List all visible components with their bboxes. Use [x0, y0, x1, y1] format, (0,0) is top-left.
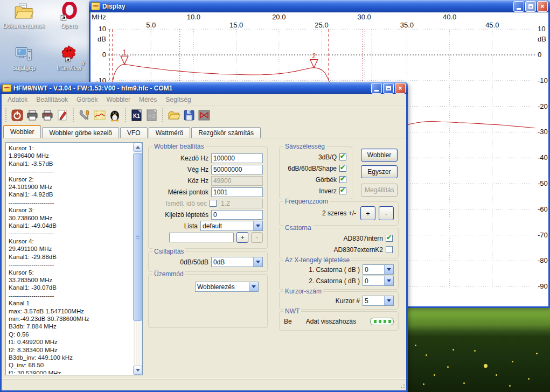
irfanview-icon: [59, 44, 79, 64]
k1-icon[interactable]: K1: [129, 108, 144, 123]
menu-wobbler[interactable]: Wobbler: [102, 95, 134, 104]
checkbox-ad8307externk2[interactable]: [386, 246, 393, 253]
svg-text:15.0: 15.0: [229, 21, 243, 29]
list-line: Kanal1: -30.07dB: [9, 284, 131, 291]
menubar: AdatokBeállításokGörbékWobblerMérésSegít…: [2, 94, 406, 106]
kijelzo-leptetes-input[interactable]: [211, 210, 263, 220]
minimize-button[interactable]: [513, 1, 524, 12]
group-nwt: NWT Be Adat visszahozás: [279, 311, 399, 331]
kurzor-szam-combo[interactable]: 5: [363, 296, 394, 306]
group-title: Az X-tengely léptetése: [283, 256, 351, 264]
menu-gorbek[interactable]: Görbék: [73, 95, 101, 104]
sweep-icon[interactable]: [197, 108, 212, 123]
list-line: Kursor 5:: [9, 269, 131, 276]
svg-text:-30: -30: [538, 128, 548, 136]
menu-adatok[interactable]: Adatok: [4, 95, 31, 104]
egyszer-button[interactable]: Egyszer: [361, 165, 398, 178]
list-line: ----------------------: [9, 167, 131, 175]
svg-text:-20: -20: [538, 102, 548, 110]
list-line: ----------------------: [9, 199, 131, 206]
scrollbar-thumb[interactable]: [133, 153, 142, 321]
minimize-button[interactable]: [371, 83, 382, 94]
desktop-icon-opera[interactable]: Opera: [46, 2, 92, 44]
lista-combo[interactable]: default: [200, 221, 263, 231]
close-button[interactable]: ×: [395, 83, 406, 94]
csatorna2-db-combo[interactable]: 0: [363, 276, 394, 286]
maximize-button[interactable]: [383, 83, 394, 94]
ismetl-ido-input: [219, 199, 263, 208]
meresi-pontok-input[interactable]: [211, 187, 263, 197]
edit-icon[interactable]: [55, 108, 70, 123]
checkbox-label: 3dB/Q: [318, 153, 337, 161]
toolbar: PDFK1K2: [2, 106, 406, 125]
zoom-plus-button[interactable]: +: [360, 206, 375, 220]
power-icon[interactable]: [10, 108, 25, 123]
list-line: B3db_inv: 449.100 kHz: [9, 354, 131, 361]
app-titlebar[interactable]: HFM9/NWT - V.3.04 - FW:1.53:V00 - hfm9.h…: [0, 82, 408, 94]
svg-text:1: 1: [123, 48, 127, 56]
save-icon[interactable]: [182, 108, 197, 123]
open-folder-icon[interactable]: [166, 108, 182, 123]
svg-text:25.0: 25.0: [315, 21, 328, 29]
list-line: Kursor 1:: [9, 144, 131, 152]
menu-segitseg[interactable]: Segítség: [162, 95, 194, 104]
svg-text:-70: -70: [538, 231, 548, 239]
maximize-button[interactable]: [525, 1, 536, 12]
ismetl-ido-checkbox[interactable]: [210, 200, 217, 207]
list-add-button[interactable]: +: [236, 232, 248, 243]
svg-text:-40: -40: [538, 153, 548, 162]
list-line: 1.896400 MHz: [9, 152, 131, 159]
resize-grip[interactable]: [399, 382, 405, 389]
csatorna1-db-combo[interactable]: 0: [363, 264, 394, 275]
checkbox-ad8307intern[interactable]: [386, 235, 393, 242]
zoom-minus-button[interactable]: -: [379, 206, 394, 220]
checkbox-6db-60db-shape[interactable]: [339, 165, 346, 172]
menu-meres[interactable]: Mérés: [135, 95, 161, 104]
chevron-down-icon: [249, 282, 258, 291]
print-icon[interactable]: [25, 108, 40, 123]
display-titlebar[interactable]: Display ×: [89, 0, 550, 12]
desktop-icon-label: IrfanView: [57, 65, 81, 71]
uzemmod-combo[interactable]: Wobblerezés: [195, 282, 259, 292]
tab-vfo[interactable]: VFO: [120, 127, 148, 138]
desktop-icon-sajatgep[interactable]: Sajátgép: [1, 44, 46, 86]
list-line: Q_inv: 68.50: [9, 361, 131, 369]
listbox-scrollbar[interactable]: [133, 143, 142, 375]
desktop-icon-dokumentumok[interactable]: Dokumentumok: [1, 2, 46, 44]
scroll-down-button[interactable]: [133, 366, 142, 375]
checkbox-inverz[interactable]: [339, 187, 346, 194]
wobbler-button[interactable]: Wobbler: [361, 149, 398, 162]
checkbox-gorbek[interactable]: [339, 176, 346, 183]
checkbox-row: Inverz: [280, 185, 352, 197]
close-button[interactable]: ×: [537, 1, 548, 12]
svg-text:dB: dB: [98, 35, 106, 43]
group-title: NWT: [283, 307, 301, 315]
tux-icon[interactable]: [107, 108, 122, 123]
list-new-input[interactable]: [169, 233, 234, 242]
tools-icon[interactable]: [77, 108, 92, 123]
veg-hz-input[interactable]: [211, 165, 263, 174]
checkbox-3db-q[interactable]: [339, 153, 346, 160]
csillapitas-combo[interactable]: 0dB: [211, 257, 263, 267]
svg-text:MHz: MHz: [92, 13, 106, 21]
toolbar-gripper: [73, 108, 74, 122]
tab-rezgokor-szamitas[interactable]: Rezgökör számítás: [191, 127, 261, 138]
app-window: HFM9/NWT - V.3.04 - FW:1.53:V00 - hfm9.h…: [0, 82, 408, 392]
group-frequenzzoom: Frequenzzoom 2 szeres +/- + -: [279, 201, 399, 226]
tab-wobbler[interactable]: Wobbler: [3, 125, 41, 138]
svg-text:PDF: PDF: [43, 113, 51, 117]
kezdo-hz-input[interactable]: [211, 153, 263, 163]
desktop-icon-label: Sajátgép: [12, 65, 35, 71]
checkbox-row: 3dB/Q: [280, 151, 352, 163]
k2-icon[interactable]: K2: [144, 108, 159, 123]
tab-wattmero[interactable]: Wattmérö: [149, 127, 191, 138]
menu-beallitasok[interactable]: Beállítások: [32, 95, 72, 104]
group-x-tengely: Az X-tengely léptetése 1. Csatorna ( dB …: [279, 260, 399, 290]
cursor-result-listbox[interactable]: Kursor 1:1.896400 MHzKanal1: -3.57dB----…: [5, 142, 143, 375]
tab-wobbler-gorbe-kezelo[interactable]: Wobbler görbe kezelö: [42, 127, 119, 138]
display-settings-icon[interactable]: [92, 108, 107, 123]
checkbox-row: AD8307externK2: [280, 244, 398, 255]
print-pdf-icon[interactable]: PDF: [40, 108, 55, 123]
scroll-up-button[interactable]: [133, 143, 142, 152]
checkbox-label: AD8307externK2: [334, 246, 383, 254]
